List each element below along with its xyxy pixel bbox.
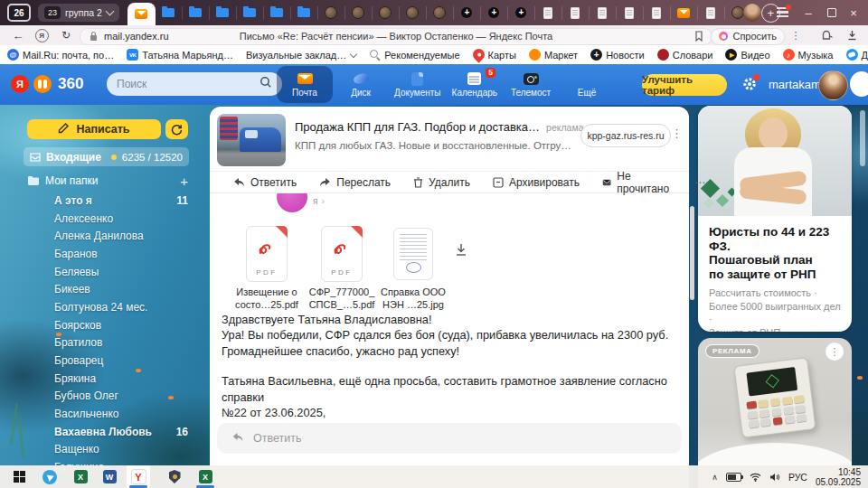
service-nav-item[interactable]: Телемост — [503, 66, 559, 103]
ask-ai-button[interactable]: Спросить — [711, 28, 785, 45]
bookmark-item[interactable]: Рекомендуемые — [369, 49, 459, 61]
taskbar-word[interactable]: W — [98, 465, 121, 488]
sidebar-item-inbox[interactable]: Входящие 6235 / 12520 — [24, 147, 189, 166]
tab-group[interactable]: 23 группа 2 — [38, 4, 119, 22]
folder-item[interactable]: Брякина — [27, 370, 188, 388]
toolbar-more-icon[interactable]: ⋯ — [694, 176, 706, 189]
bookmark-item[interactable]: Визуальные заклад… — [246, 50, 356, 61]
forward-button[interactable]: Переслать — [319, 176, 391, 189]
folder-item[interactable]: Ващенко — [27, 441, 188, 459]
language-indicator[interactable]: РУС — [788, 472, 807, 483]
browser-tab[interactable] — [427, 6, 454, 20]
folder-item[interactable]: Бикеев — [27, 280, 188, 298]
wifi-icon[interactable] — [750, 469, 761, 485]
browser-tab[interactable] — [156, 6, 183, 20]
taskbar-yandex-browser[interactable]: Y — [127, 465, 150, 488]
extension-icon[interactable] — [817, 25, 835, 45]
browser-tab[interactable] — [590, 6, 617, 20]
sidebar-ad-lawyers[interactable]: Юристы по 44 и 223 ФЗ.Пошаговый планпо з… — [698, 106, 852, 332]
yandex360-logo[interactable]: Я 360 — [11, 75, 83, 93]
service-nav-item[interactable]: Календарь 5 — [447, 66, 503, 103]
folder-item[interactable]: Болтунова 24 мес. — [27, 298, 188, 316]
folder-item[interactable]: Алексеенко — [27, 210, 188, 228]
window-minimize-button[interactable]: – — [796, 0, 821, 25]
browser-tab[interactable] — [481, 6, 508, 20]
bookmark-item[interactable]: Маркет — [529, 49, 578, 61]
folder-item[interactable]: Беляевы — [27, 263, 188, 281]
folder-item[interactable]: А это я 11 — [27, 192, 188, 210]
bookmark-item[interactable]: Музыка — [783, 49, 834, 61]
back-button[interactable]: ← — [9, 25, 27, 45]
yandex-search-icon[interactable]: Я — [34, 25, 49, 45]
folder-item[interactable]: Аленка Данилова — [27, 227, 188, 245]
browser-profile-avatar[interactable] — [743, 4, 761, 22]
add-folder-button[interactable]: + — [180, 174, 188, 189]
service-nav-item[interactable]: Почта — [277, 66, 333, 103]
inline-ad-more-icon[interactable]: ⋮ — [671, 127, 683, 140]
browser-tab[interactable] — [617, 6, 644, 20]
browser-tab[interactable] — [508, 6, 535, 20]
speaker-icon[interactable] — [769, 469, 780, 485]
browser-tab[interactable] — [644, 6, 671, 20]
username[interactable]: martakam — [769, 78, 821, 91]
browser-tab[interactable] — [183, 6, 210, 20]
browser-tab[interactable] — [237, 6, 264, 20]
bookmark-item[interactable]: Mail.Ru: почта, по… — [7, 49, 114, 61]
browser-tab[interactable] — [562, 6, 590, 20]
taskbar-telegram[interactable] — [38, 465, 61, 488]
bookmark-item[interactable]: Словари — [657, 49, 713, 61]
browser-tab[interactable] — [264, 6, 291, 20]
taskbar-clock[interactable]: 10:45 05.09.2025 — [816, 467, 861, 487]
compose-button[interactable]: Написать — [27, 119, 161, 139]
attachment-name[interactable]: Справка ОООНЭН …25.jpg — [368, 286, 458, 311]
tray-expand-icon[interactable]: ∧ — [712, 473, 718, 482]
browser-tab[interactable] — [400, 6, 427, 20]
attachment-jpg-preview[interactable] — [393, 228, 433, 280]
folder-item[interactable]: Баранов — [27, 245, 188, 263]
mark-unread-button[interactable]: Не прочитано — [602, 170, 672, 195]
page-scrollbar[interactable] — [860, 110, 865, 166]
browser-tab[interactable] — [671, 6, 698, 20]
taskbar-shield-app[interactable] — [163, 465, 186, 488]
my-folders-header[interactable]: Мои папки + — [27, 173, 188, 189]
bookmark-item[interactable]: Новости — [590, 49, 645, 61]
bookmark-item[interactable]: Видео — [725, 49, 769, 61]
folder-item[interactable]: Васильченко — [27, 405, 188, 423]
refresh-button[interactable]: ↻ — [58, 25, 74, 45]
taskbar-excel-2[interactable]: X — [193, 465, 217, 488]
folder-item[interactable]: Братилов — [27, 334, 188, 352]
service-nav-item[interactable]: Ещё — [559, 66, 615, 103]
inline-ad-link-button[interactable]: kpp-gaz.rus-res.ru — [580, 124, 671, 147]
side-widget-handle[interactable] — [850, 71, 868, 97]
tab-counter-badge[interactable]: 26 — [7, 4, 31, 22]
browser-tab[interactable] — [373, 6, 400, 20]
search-input[interactable]: Поиск — [107, 72, 282, 96]
browser-tab[interactable] — [345, 6, 373, 20]
folder-item[interactable]: Броварец — [27, 352, 188, 370]
downloads-icon[interactable] — [843, 25, 861, 45]
upgrade-tariff-button[interactable]: Улучшить тариф — [642, 74, 727, 96]
settings-gear-icon[interactable] — [741, 76, 758, 92]
user-avatar[interactable] — [818, 70, 848, 100]
service-nav-item[interactable]: Документы — [389, 66, 447, 103]
quick-reply-input[interactable]: Ответить — [217, 423, 682, 454]
address-bar[interactable]: mail.yandex.ru Письмо «Re: Расчёт пенсии… — [80, 28, 712, 45]
reply-button[interactable]: Ответить — [233, 176, 297, 189]
ad-more-icon[interactable]: ⋮ — [826, 343, 844, 361]
browser-menu-icon[interactable] — [777, 7, 788, 17]
service-nav-item[interactable]: Диск — [333, 66, 389, 103]
bookmark-flag-icon[interactable] — [694, 31, 703, 42]
address-more-icon[interactable]: ⋮ — [788, 25, 803, 45]
download-all-icon[interactable] — [452, 240, 470, 258]
folder-item[interactable]: Бубнов Олег — [27, 388, 188, 406]
active-tab-mail[interactable] — [127, 3, 156, 25]
attachment-pdf-2[interactable]: PDF — [321, 226, 363, 282]
browser-tab[interactable] — [318, 6, 345, 20]
bookmark-item[interactable]: Диск — [846, 49, 868, 61]
inline-ad-image[interactable] — [217, 114, 286, 166]
inline-ad-title[interactable]: Продажа КПП для ГАЗ. Подбор и доставка…р… — [295, 120, 584, 134]
sender-short[interactable]: я — [313, 196, 325, 206]
folder-item[interactable]: Вахаевна Любовь 16 — [27, 423, 188, 441]
check-mail-button[interactable] — [165, 119, 188, 139]
battery-icon[interactable] — [726, 473, 741, 482]
